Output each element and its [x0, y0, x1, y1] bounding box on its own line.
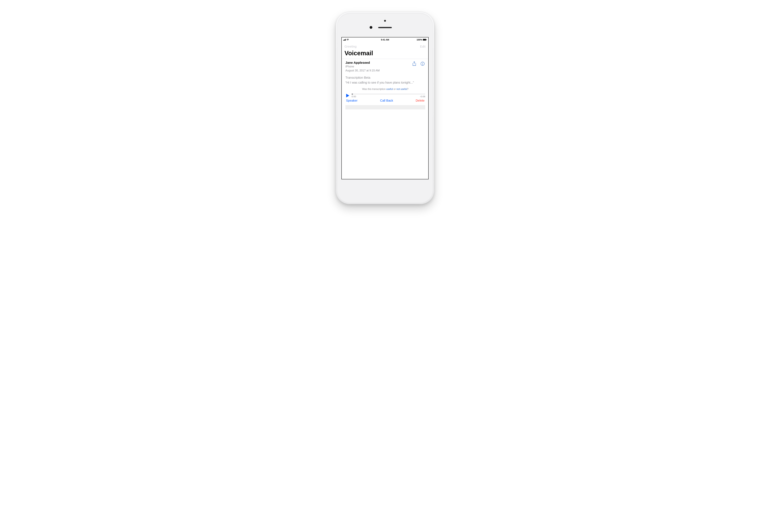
share-icon[interactable] [412, 61, 417, 66]
scrubber-thumb[interactable] [351, 93, 353, 95]
svg-point-4 [423, 63, 423, 63]
play-icon[interactable] [345, 93, 350, 98]
svg-rect-1 [423, 39, 426, 40]
battery-icon [423, 39, 427, 41]
battery-percent: 100% [417, 38, 422, 41]
proximity-sensor [384, 20, 386, 22]
transcription-label: Transcription Beta [345, 76, 425, 79]
earpiece-speaker [378, 27, 392, 28]
wifi-icon [346, 39, 349, 41]
feedback-not-useful-link[interactable]: not useful [397, 88, 407, 90]
time-elapsed: 0:00 [351, 95, 356, 98]
feedback-prefix: Was this transcription [362, 88, 387, 90]
front-camera [369, 26, 372, 29]
nav-header: Greeting Edit [342, 42, 428, 49]
info-icon[interactable] [420, 61, 425, 66]
feedback-or: or [393, 88, 397, 90]
edit-button[interactable]: Edit [420, 45, 426, 48]
status-time: 9:41 AM [381, 38, 389, 41]
phone-frame: 9:41 AM 100% Greeting Edit Voicemail [336, 12, 434, 204]
feedback-suffix: ? [407, 88, 409, 90]
voicemail-card: Jane Appleseed iPhone August 30, 2017 at… [342, 59, 428, 179]
transcription-text: “Hi I was calling to see if you have pla… [345, 80, 425, 85]
status-bar: 9:41 AM 100% [342, 37, 428, 42]
speaker-button[interactable]: Speaker [346, 99, 357, 102]
voicemail-datetime: August 30, 2017 at 9:15 AM [345, 69, 412, 73]
svg-rect-2 [427, 39, 427, 40]
delete-button[interactable]: Delete [416, 99, 425, 102]
greeting-button[interactable]: Greeting [344, 45, 356, 48]
feedback-useful-link[interactable]: useful [386, 88, 393, 90]
canvas: 9:41 AM 100% Greeting Edit Voicemail [274, 0, 496, 133]
scrubber[interactable]: 0:00 -0:08 [351, 93, 425, 98]
list-gap [345, 105, 425, 109]
action-row: Speaker Call Back Delete [345, 98, 425, 105]
caller-name: Jane Appleseed [345, 61, 412, 64]
transcription-feedback: Was this transcription useful or not use… [345, 88, 425, 91]
call-back-button[interactable]: Call Back [380, 99, 393, 102]
page-title: Voicemail [342, 49, 428, 59]
caller-source: iPhone [345, 64, 412, 69]
cellular-signal-icon [343, 39, 346, 41]
time-remaining: -0:08 [420, 95, 425, 98]
phone-screen: 9:41 AM 100% Greeting Edit Voicemail [341, 37, 429, 179]
playback-row: 0:00 -0:08 [345, 93, 425, 98]
